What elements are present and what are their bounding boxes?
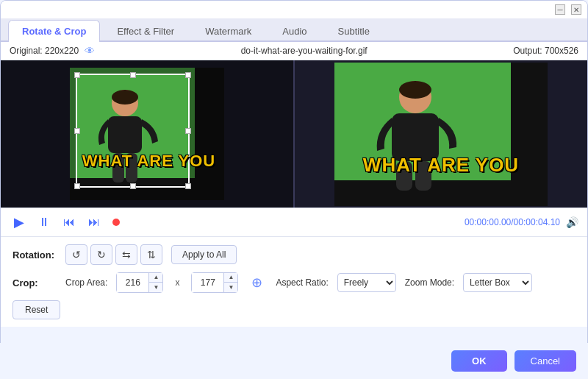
apply-to-all-button[interactable]: Apply to All — [171, 245, 237, 264]
rotation-label: Rotation: — [12, 249, 57, 261]
tab-bar: Rotate & Crop Effect & Filter Watermark … — [1, 18, 587, 42]
tab-effect-filter[interactable]: Effect & Filter — [103, 20, 188, 42]
crop-handle-tm[interactable] — [130, 72, 136, 78]
rotation-buttons: ↺ ↻ ⇆ ⇅ — [65, 244, 162, 265]
pause-button[interactable]: ⏸ — [35, 213, 54, 232]
crop-handle-tl[interactable] — [74, 72, 80, 78]
crop-handle-br[interactable] — [185, 183, 191, 189]
zoom-mode-label: Zoom Mode: — [405, 277, 454, 288]
tab-watermark[interactable]: Watermark — [191, 20, 265, 42]
crosshair-icon[interactable]: ⊕ — [251, 274, 262, 291]
title-bar: ─ ✕ — [1, 1, 587, 18]
crop-handle-ml[interactable] — [74, 128, 80, 134]
crop-handle-mr[interactable] — [185, 128, 191, 134]
preview-area: WHAT ARE YOU — [1, 60, 587, 208]
crop-handle-bm[interactable] — [130, 183, 136, 189]
right-caption: WHAT ARE YOU — [342, 154, 540, 177]
output-size: Output: 700x526 — [513, 46, 578, 56]
preview-left: WHAT ARE YOU — [1, 60, 293, 208]
options-area: Rotation: ↺ ↻ ⇆ ⇅ Apply to All Crop: Cro… — [1, 237, 587, 327]
minimize-button[interactable]: ─ — [555, 4, 565, 15]
left-preview-content: WHAT ARE YOU — [70, 68, 224, 200]
cancel-button[interactable]: Cancel — [514, 350, 576, 372]
crop-width-group: ▲ ▼ — [116, 272, 163, 293]
crop-handle-bl[interactable] — [74, 183, 80, 189]
time-display: 00:00:00.00/00:00:04.10 — [465, 217, 560, 227]
original-size: Original: 220x220 — [10, 46, 79, 56]
tab-audio[interactable]: Audio — [268, 20, 320, 42]
crop-width-input[interactable] — [117, 273, 149, 292]
crop-area-label: Crop Area: — [65, 277, 107, 288]
crop-width-spinners: ▲ ▼ — [149, 273, 162, 292]
skip-back-button[interactable]: ⏮ — [60, 213, 79, 232]
volume-icon[interactable]: 🔊 — [566, 216, 578, 228]
crop-height-group: ▲ ▼ — [191, 272, 238, 293]
tab-subtitle[interactable]: Subtitle — [324, 20, 384, 42]
crop-height-spinners: ▲ ▼ — [224, 273, 237, 292]
info-bar: Original: 220x220 👁 do-it-what-are-you-w… — [1, 42, 587, 60]
aspect-ratio-label: Aspect Ratio: — [276, 277, 328, 288]
eye-icon[interactable]: 👁 — [85, 45, 95, 57]
flip-horizontal-button[interactable]: ⇆ — [115, 244, 137, 265]
aspect-ratio-select[interactable]: Freely 16:9 4:3 1:1 — [337, 273, 396, 292]
x-separator: x — [172, 277, 182, 288]
crop-row: Crop: Crop Area: ▲ ▼ x ▲ ▼ ⊕ Aspect Rati… — [12, 272, 576, 293]
rotation-row: Rotation: ↺ ↻ ⇆ ⇅ Apply to All — [12, 244, 576, 265]
play-button[interactable]: ▶ — [10, 213, 29, 232]
footer-bar: OK Cancel — [0, 343, 588, 379]
preview-right: WHAT ARE YOU — [293, 60, 587, 208]
crop-width-up[interactable]: ▲ — [149, 273, 162, 283]
filename: do-it-what-are-you-waiting-for.gif — [241, 46, 368, 56]
crop-width-down[interactable]: ▼ — [149, 283, 162, 292]
crop-label: Crop: — [12, 277, 57, 288]
crop-handle-tr[interactable] — [185, 72, 191, 78]
controls-bar: ▶ ⏸ ⏮ ⏭ 00:00:00.00/00:00:04.10 🔊 — [1, 208, 587, 237]
crop-height-input[interactable] — [192, 273, 224, 292]
rotate-right-button[interactable]: ↻ — [90, 244, 112, 265]
reset-row: Reset — [12, 300, 576, 319]
close-button[interactable]: ✕ — [571, 4, 581, 15]
left-caption: WHAT ARE YOU — [77, 152, 220, 171]
svg-point-6 — [399, 81, 431, 99]
rotate-left-button[interactable]: ↺ — [65, 244, 87, 265]
record-indicator — [112, 219, 120, 226]
crop-height-down[interactable]: ▼ — [224, 283, 237, 292]
right-preview-content: WHAT ARE YOU — [334, 63, 548, 206]
zoom-mode-select[interactable]: Letter Box Pan & Scan Full — [463, 273, 532, 292]
crop-height-up[interactable]: ▲ — [224, 273, 237, 283]
reset-button[interactable]: Reset — [12, 300, 60, 319]
skip-forward-button[interactable]: ⏭ — [85, 213, 104, 232]
tab-rotate-crop[interactable]: Rotate & Crop — [8, 20, 100, 42]
flip-vertical-button[interactable]: ⇅ — [140, 244, 162, 265]
ok-button[interactable]: OK — [451, 350, 507, 372]
